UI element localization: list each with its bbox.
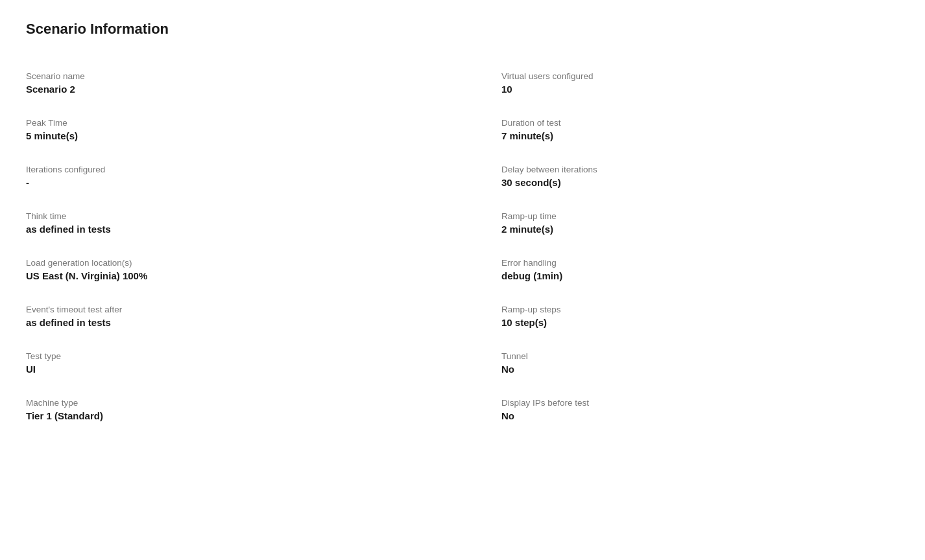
info-item-right-1: Duration of test7 minute(s) xyxy=(463,108,899,154)
info-label: Event's timeout test after xyxy=(26,305,424,314)
info-value: No xyxy=(501,364,899,375)
info-value: - xyxy=(26,177,424,188)
info-label: Virtual users configured xyxy=(501,71,899,81)
info-value: 30 second(s) xyxy=(501,177,899,188)
info-item-left-3: Think timeas defined in tests xyxy=(26,201,463,248)
info-item-right-6: TunnelNo xyxy=(463,341,899,388)
info-label: Error handling xyxy=(501,258,899,268)
info-value: 10 xyxy=(501,84,899,95)
info-grid: Scenario nameScenario 2Virtual users con… xyxy=(26,61,899,434)
info-value: No xyxy=(501,410,899,421)
info-label: Scenario name xyxy=(26,71,424,81)
info-label: Display IPs before test xyxy=(501,398,899,408)
info-label: Test type xyxy=(26,351,424,361)
info-item-left-1: Peak Time5 minute(s) xyxy=(26,108,463,154)
info-value: as defined in tests xyxy=(26,317,424,328)
info-item-left-0: Scenario nameScenario 2 xyxy=(26,61,463,108)
info-item-right-7: Display IPs before testNo xyxy=(463,388,899,434)
info-item-right-5: Ramp-up steps10 step(s) xyxy=(463,294,899,341)
info-value: 7 minute(s) xyxy=(501,130,899,141)
info-value: Tier 1 (Standard) xyxy=(26,410,424,421)
info-item-right-4: Error handlingdebug (1min) xyxy=(463,248,899,294)
info-label: Peak Time xyxy=(26,118,424,128)
info-value: 10 step(s) xyxy=(501,317,899,328)
info-item-left-5: Event's timeout test afteras defined in … xyxy=(26,294,463,341)
info-item-right-2: Delay between iterations30 second(s) xyxy=(463,154,899,201)
page-title: Scenario Information xyxy=(26,21,899,38)
info-item-right-3: Ramp-up time2 minute(s) xyxy=(463,201,899,248)
info-item-left-7: Machine typeTier 1 (Standard) xyxy=(26,388,463,434)
info-value: UI xyxy=(26,364,424,375)
info-label: Duration of test xyxy=(501,118,899,128)
info-label: Think time xyxy=(26,211,424,221)
info-label: Iterations configured xyxy=(26,165,424,174)
info-label: Tunnel xyxy=(501,351,899,361)
info-label: Ramp-up time xyxy=(501,211,899,221)
info-value: as defined in tests xyxy=(26,224,424,235)
info-label: Machine type xyxy=(26,398,424,408)
info-value: 2 minute(s) xyxy=(501,224,899,235)
info-label: Ramp-up steps xyxy=(501,305,899,314)
info-label: Load generation location(s) xyxy=(26,258,424,268)
info-item-right-0: Virtual users configured10 xyxy=(463,61,899,108)
info-value: US East (N. Virginia) 100% xyxy=(26,270,424,281)
info-item-left-2: Iterations configured- xyxy=(26,154,463,201)
info-item-left-6: Test typeUI xyxy=(26,341,463,388)
info-value: Scenario 2 xyxy=(26,84,424,95)
info-label: Delay between iterations xyxy=(501,165,899,174)
info-item-left-4: Load generation location(s)US East (N. V… xyxy=(26,248,463,294)
info-value: 5 minute(s) xyxy=(26,130,424,141)
info-value: debug (1min) xyxy=(501,270,899,281)
